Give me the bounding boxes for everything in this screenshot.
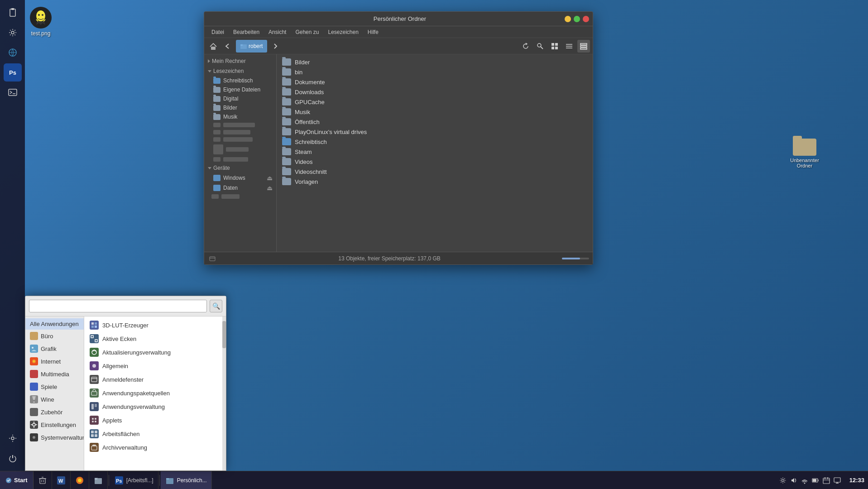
start-cat-multimedia[interactable]: Multimedia [25,368,84,380]
toolbar-back-button[interactable] [221,40,234,53]
desktop-folder-icon[interactable]: UnbenannterOrdner [786,136,823,168]
toolbar-view-detail-button[interactable] [577,40,590,53]
tray-calendar-icon[interactable] [822,476,830,484]
file-item-playonlinux[interactable]: PlayOnLinux's virtual drives [279,127,590,137]
toolbar-search-button[interactable] [534,40,547,53]
start-cat-spiele[interactable]: Spiele [25,380,84,393]
taskbar-clock[interactable]: 12:33 [846,477,868,484]
sidebar-item-digital[interactable]: Digital [204,94,276,103]
start-app-anmeldefenster[interactable]: Anmeldefenster [84,373,226,386]
start-cat-buero[interactable]: Büro [25,330,84,342]
start-app-applets[interactable]: Applets [84,413,226,427]
start-cat-systemverwaltung[interactable]: Systemverwaltung [25,431,84,444]
start-app-anwendungsverwaltung[interactable]: Anwendungsverwaltung [84,400,226,413]
file-item-downloads[interactable]: Downloads [279,87,590,97]
toolbar-view-icon-button[interactable] [548,40,561,53]
window-close-button[interactable]: × [583,16,589,22]
taskbar-item-filemanager[interactable]: Persönlich... [161,471,212,489]
file-item-bin[interactable]: bin [279,67,590,77]
start-cat-grafik[interactable]: Grafik [25,342,84,355]
location-robert-button[interactable]: robert [236,40,267,53]
left-tool-browser[interactable] [4,43,22,62]
toolbar-reload-button[interactable] [519,40,532,53]
left-tool-terminal[interactable] [4,83,22,101]
sidebar-network-item[interactable] [204,193,276,200]
sidebar-blurred-item-4[interactable] [204,143,276,156]
sidebar-blurred-item-3[interactable] [204,136,276,143]
left-tool-clipboard[interactable] [4,4,22,22]
sidebar-section-geraete[interactable]: Geräte [204,163,276,173]
file-item-videoschnitt[interactable]: Videoschnitt [279,167,590,177]
left-tool-settings[interactable] [4,24,22,42]
sidebar-blurred-item-5[interactable] [204,156,276,163]
tray-network-icon[interactable] [801,476,809,484]
sidebar-item-daten[interactable]: Daten ⏏ [204,183,276,193]
left-tool-power[interactable] [4,449,22,467]
desktop-icon-linux[interactable]: test.png [25,7,57,37]
start-app-aktualisierungsverwaltung[interactable]: Aktualisierungsverwaltung [84,345,226,359]
start-cat-zubehoer[interactable]: Zubehör [25,406,84,418]
start-cat-einstellungen[interactable]: Einstellungen [25,418,84,431]
taskbar-item-files[interactable] [89,471,108,489]
windows-eject-button[interactable]: ⏏ [267,174,273,182]
svg-rect-5 [10,9,15,16]
file-item-steam[interactable]: Steam [279,147,590,157]
window-maximize-button[interactable]: □ [574,16,580,22]
toolbar-view-list-button[interactable] [563,40,575,53]
left-tool-gear[interactable] [4,429,22,447]
sidebar-blurred-item-2[interactable] [204,129,276,136]
sidebar-item-schreibtisch[interactable]: Schreibtisch [204,76,276,85]
taskbar-item-ps[interactable]: Ps [Arbeitsfl...] [110,471,158,489]
start-cat-internet[interactable]: Internet [25,355,84,368]
sidebar-section-mein-rechner[interactable]: Mein Rechner [204,56,276,66]
file-item-vorlagen[interactable]: Vorlagen [279,177,590,187]
taskbar-start-button[interactable]: Start [0,471,34,489]
start-app-archivverwaltung[interactable]: Archivverwaltung [84,441,226,454]
sidebar-item-musik[interactable]: Musik [204,112,276,121]
start-app-aktive-ecken[interactable]: Aktive Ecken [84,332,226,345]
sidebar-item-eigene-dateien[interactable]: Eigene Dateien [204,85,276,94]
apps-scrollbar[interactable] [222,316,226,470]
start-cat-wine[interactable]: Wine [25,393,84,406]
sidebar-blurred-item-1[interactable] [204,121,276,129]
tray-settings-icon[interactable] [779,476,787,484]
apps-scrollbar-thumb[interactable] [222,321,226,348]
daten-eject-button[interactable]: ⏏ [267,184,273,192]
file-item-dokumente[interactable]: Dokumente [279,77,590,87]
menu-bearbeiten[interactable]: Bearbeiten [230,28,263,36]
file-item-musik[interactable]: Musik [279,107,590,117]
start-app-allgemein[interactable]: Allgemein [84,359,226,373]
window-minimize-button[interactable]: − [565,16,571,22]
tray-battery-icon[interactable] [811,476,820,484]
start-search-button[interactable]: 🔍 [210,300,222,312]
taskbar-item-trash[interactable] [34,471,52,489]
location-forward-button[interactable] [269,40,282,53]
menu-hilfe[interactable]: Hilfe [364,28,382,36]
menu-gehen-zu[interactable]: Gehen zu [292,28,322,36]
file-item-schreibtisch[interactable]: Schreibtisch [279,137,590,147]
start-app-paketquellen[interactable]: Anwendungspaketquellen [84,386,226,400]
start-cat-alle[interactable]: Alle Anwendungen [25,318,84,330]
filemanager-taskbar-icon [165,476,174,485]
file-item-videos[interactable]: Videos [279,157,590,167]
start-app-3dlut[interactable]: 3D-LUT-Erzeuger [84,318,226,332]
taskbar-item-firefox[interactable] [71,471,89,489]
left-tool-ps[interactable]: Ps [4,63,22,82]
start-app-arbeitsflaechen[interactable]: Arbeitsflächen [84,427,226,441]
tray-volume-icon[interactable] [790,476,798,484]
sidebar-item-windows[interactable]: Windows ⏏ [204,173,276,183]
sidebar-section-lesezeichen[interactable]: Lesezeichen [204,66,276,76]
file-item-bilder[interactable]: Bilder [279,57,590,67]
toolbar-home-button[interactable] [207,40,220,53]
start-search-input[interactable] [29,300,207,312]
menu-datei[interactable]: Datei [208,28,228,36]
status-icon[interactable] [208,254,217,263]
file-item-gpucache[interactable]: GPUCache [279,97,590,107]
file-item-oeffentlich[interactable]: Öffentlich [279,117,590,127]
taskbar-item-word[interactable]: W [52,471,71,489]
menu-lesezeichen[interactable]: Lesezeichen [324,28,362,36]
tray-display-icon[interactable] [833,476,841,484]
menu-ansicht[interactable]: Ansicht [265,28,290,36]
sidebar-item-bilder[interactable]: Bilder [204,103,276,112]
svg-line-18 [541,47,543,49]
